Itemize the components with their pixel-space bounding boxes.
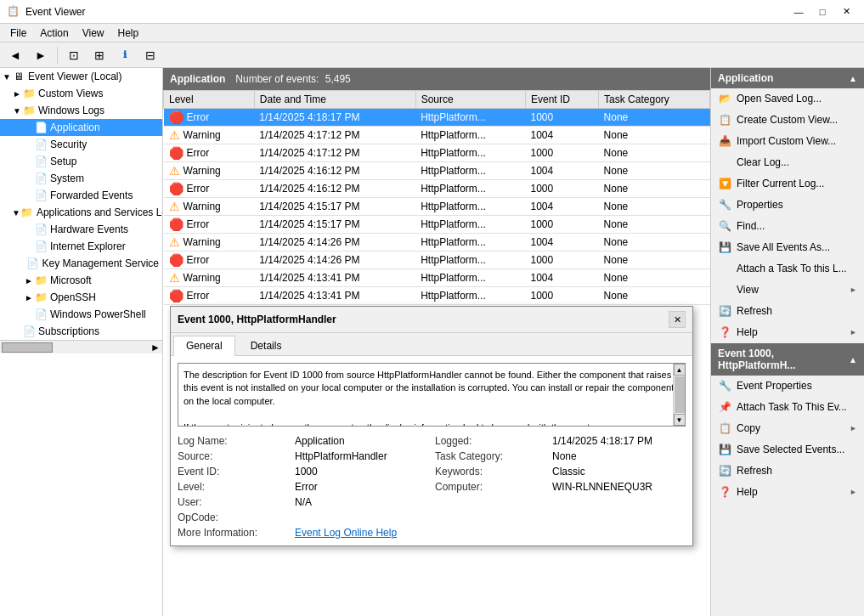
cell-eventid: 1004 <box>526 198 599 216</box>
action-item[interactable]: View ► <box>711 280 864 301</box>
tree-openssh[interactable]: ► 📁 OpenSSH <box>0 289 162 306</box>
menu-view[interactable]: View <box>76 25 111 41</box>
menu-bar: File Action View Help <box>0 24 864 42</box>
close-button[interactable]: ✕ <box>835 3 857 20</box>
expand-icon[interactable]: ▼ <box>12 106 22 116</box>
tree-custom-views[interactable]: ► 📁 Custom Views <box>0 85 162 102</box>
tree-forwarded-events[interactable]: 📄 Forwarded Events <box>0 187 162 204</box>
action-item[interactable]: 📌 Attach Task To This Ev... <box>711 397 864 418</box>
table-row[interactable]: ⚠ Warning 1/14/2025 4:16:12 PM HttpPlatf… <box>164 162 710 180</box>
table-row[interactable]: ⚠ Warning 1/14/2025 4:14:26 PM HttpPlatf… <box>164 234 710 251</box>
left-hscrollbar[interactable]: ► <box>0 340 162 353</box>
col-eventid[interactable]: Event ID <box>526 91 599 109</box>
toolbar-back[interactable]: ◄ <box>3 44 27 66</box>
action-item[interactable]: Attach a Task To this L... <box>711 258 864 280</box>
action-icon <box>718 155 731 169</box>
menu-action[interactable]: Action <box>33 25 75 41</box>
tree-windows-logs[interactable]: ▼ 📁 Windows Logs <box>0 102 162 119</box>
action-icon: 📥 <box>718 134 731 148</box>
action-item[interactable]: 🔍 Find... <box>711 216 864 237</box>
tree-setup[interactable]: 📄 Setup <box>0 153 162 170</box>
left-scroll-thumb[interactable] <box>2 342 53 353</box>
folder-icon: 📁 <box>22 87 36 100</box>
cell-source: HttpPlatform... <box>415 269 525 287</box>
action-item[interactable]: 🔽 Filter Current Log... <box>711 173 864 195</box>
col-level[interactable]: Level <box>164 91 255 109</box>
action-item[interactable]: 🔧 Properties <box>711 195 864 216</box>
table-row[interactable]: 🛑 Error 1/14/2025 4:13:41 PM HttpPlatfor… <box>164 287 710 305</box>
actions-title-event[interactable]: Event 1000, HttpPlatformH... ▲ <box>711 343 864 376</box>
col-datetime[interactable]: Date and Time <box>254 91 415 109</box>
folder-icon: 📁 <box>34 291 48 304</box>
toolbar-btn-2[interactable]: ⊞ <box>88 44 111 66</box>
expand-icon[interactable]: ▼ <box>2 72 12 82</box>
table-row[interactable]: 🛑 Error 1/14/2025 4:18:17 PM HttpPlatfor… <box>164 109 710 127</box>
toolbar-forward[interactable]: ► <box>29 44 53 66</box>
actions-section-application: Application ▲ 📂 Open Saved Log... 📋 Crea… <box>711 68 864 343</box>
action-item[interactable]: 📋 Create Custom View... <box>711 110 864 131</box>
table-row[interactable]: ⚠ Warning 1/14/2025 4:17:12 PM HttpPlatf… <box>164 127 710 144</box>
tree-windows-powershell[interactable]: 📄 Windows PowerShell <box>0 306 162 323</box>
table-row[interactable]: 🛑 Error 1/14/2025 4:14:26 PM HttpPlatfor… <box>164 251 710 269</box>
table-row[interactable]: 🛑 Error 1/14/2025 4:16:12 PM HttpPlatfor… <box>164 180 710 198</box>
warning-icon: ⚠ <box>169 200 180 213</box>
minimize-button[interactable]: — <box>788 3 810 20</box>
action-label: Import Custom View... <box>737 135 836 147</box>
table-row[interactable]: ⚠ Warning 1/14/2025 4:13:41 PM HttpPlatf… <box>164 269 710 287</box>
col-task[interactable]: Task Category <box>599 91 710 109</box>
tree-key-mgmt[interactable]: 📄 Key Management Service <box>0 255 162 272</box>
tree-application[interactable]: 📄 Application <box>0 119 162 136</box>
tree-security[interactable]: 📄 Security <box>0 136 162 153</box>
cell-source: HttpPlatform... <box>415 287 525 305</box>
actions-title-application[interactable]: Application ▲ <box>711 68 864 88</box>
tree-microsoft[interactable]: ► 📁 Microsoft <box>0 272 162 289</box>
error-icon: 🛑 <box>169 253 184 267</box>
cell-level: ⚠ Warning <box>164 198 255 216</box>
action-item[interactable]: 📂 Open Saved Log... <box>711 88 864 110</box>
cell-source: HttpPlatform... <box>415 198 525 216</box>
menu-help[interactable]: Help <box>111 25 146 41</box>
cell-eventid: 1004 <box>526 305 599 320</box>
tree-system[interactable]: 📄 System <box>0 170 162 187</box>
expand-icon[interactable]: ► <box>12 89 22 99</box>
action-item[interactable]: 📥 Import Custom View... <box>711 131 864 152</box>
actions-items-application: 📂 Open Saved Log... 📋 Create Custom View… <box>711 88 864 343</box>
action-item[interactable]: ❓ Help ► <box>711 482 864 503</box>
action-item[interactable]: 💾 Save All Events As... <box>711 237 864 258</box>
left-panel[interactable]: ▼ 🖥 Event Viewer (Local) ► 📁 Custom View… <box>0 68 163 616</box>
warning-icon: ⚠ <box>169 128 180 142</box>
action-item[interactable]: 📋 Copy ► <box>711 418 864 439</box>
expand-icon[interactable]: ▼ <box>12 208 20 218</box>
expand-icon[interactable]: ► <box>24 293 34 302</box>
action-item[interactable]: 🔄 Refresh <box>711 301 864 322</box>
action-item[interactable]: Clear Log... <box>711 152 864 173</box>
action-icon: 🔄 <box>718 464 731 478</box>
cell-level: 🛑 Error <box>164 180 255 198</box>
events-table-container[interactable]: Level Date and Time Source Event ID Task… <box>163 90 710 319</box>
toolbar-btn-4[interactable]: ⊟ <box>138 44 162 66</box>
table-row[interactable]: ⚠ Warning 1/14/2025 4:13:01 PM HttpPlatf… <box>164 305 710 320</box>
col-source[interactable]: Source <box>415 91 525 109</box>
warning-icon: ⚠ <box>169 271 180 285</box>
tree-app-services[interactable]: ▼ 📁 Applications and Services Lo... <box>0 204 162 221</box>
table-row[interactable]: 🛑 Error 1/14/2025 4:15:17 PM HttpPlatfor… <box>164 216 710 234</box>
expand-icon[interactable]: ► <box>24 276 34 285</box>
action-item[interactable]: 💾 Save Selected Events... <box>711 439 864 461</box>
maximize-button[interactable]: □ <box>811 3 833 20</box>
scroll-right-btn[interactable]: ► <box>149 342 162 353</box>
action-item[interactable]: ❓ Help ► <box>711 322 864 343</box>
log-icon: 📄 <box>34 155 48 168</box>
action-label: Help <box>737 486 758 498</box>
tree-hardware-events[interactable]: 📄 Hardware Events <box>0 221 162 238</box>
tree-internet-explorer[interactable]: 📄 Internet Explorer <box>0 238 162 255</box>
action-icon <box>718 262 731 275</box>
action-item[interactable]: 🔧 Event Properties <box>711 376 864 397</box>
tree-subscriptions[interactable]: 📄 Subscriptions <box>0 323 162 340</box>
tree-event-viewer-local[interactable]: ▼ 🖥 Event Viewer (Local) <box>0 68 162 85</box>
table-row[interactable]: ⚠ Warning 1/14/2025 4:15:17 PM HttpPlatf… <box>164 198 710 216</box>
action-item[interactable]: 🔄 Refresh <box>711 461 864 482</box>
table-row[interactable]: 🛑 Error 1/14/2025 4:17:12 PM HttpPlatfor… <box>164 144 710 162</box>
toolbar-btn-1[interactable]: ⊡ <box>62 44 86 66</box>
toolbar-btn-3[interactable]: ℹ <box>113 44 137 66</box>
menu-file[interactable]: File <box>3 25 33 41</box>
